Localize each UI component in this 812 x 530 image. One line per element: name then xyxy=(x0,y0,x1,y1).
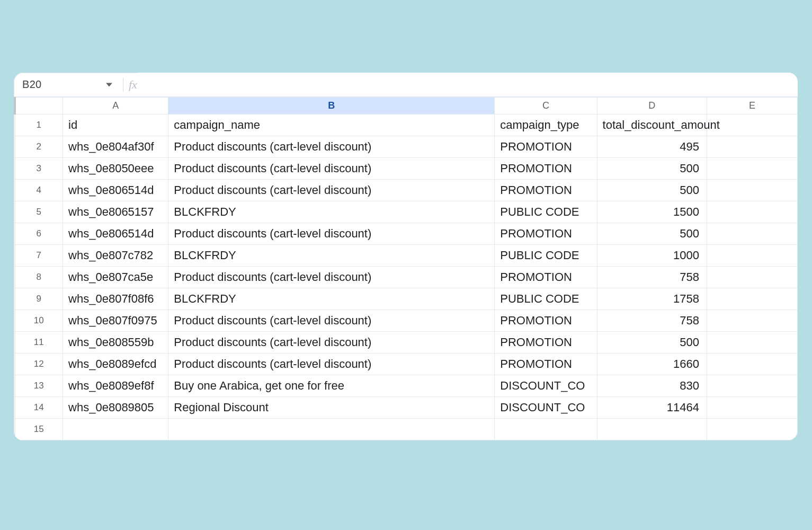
cell-C6[interactable]: PROMOTION xyxy=(495,223,597,245)
cell-C3[interactable]: PROMOTION xyxy=(495,158,597,180)
column-header-E[interactable]: E xyxy=(707,98,797,114)
cell-E6[interactable] xyxy=(707,223,797,245)
column-header-C[interactable]: C xyxy=(495,98,597,114)
cell-E2[interactable] xyxy=(707,136,797,158)
cell-B11[interactable]: Product discounts (cart-level discount) xyxy=(168,332,495,354)
cell-E8[interactable] xyxy=(707,267,797,288)
cell-B15[interactable] xyxy=(168,419,495,440)
cell-E14[interactable] xyxy=(707,397,797,419)
cell-D5[interactable]: 1500 xyxy=(597,201,707,223)
cell-D7[interactable]: 1000 xyxy=(597,245,707,267)
cell-B7[interactable]: BLCKFRDY xyxy=(168,245,495,267)
cell-D8[interactable]: 758 xyxy=(597,267,707,288)
cell-D14[interactable]: 11464 xyxy=(597,397,707,419)
column-header-A[interactable]: A xyxy=(63,98,168,114)
cell-D3[interactable]: 500 xyxy=(597,158,707,180)
row-header[interactable]: 7 xyxy=(15,245,63,267)
row-header[interactable]: 6 xyxy=(15,223,63,245)
cell-A10[interactable]: whs_0e807f0975 xyxy=(63,310,168,332)
cell-E1[interactable] xyxy=(707,114,797,136)
cell-B2[interactable]: Product discounts (cart-level discount) xyxy=(168,136,495,158)
cell-D10[interactable]: 758 xyxy=(597,310,707,332)
row-header[interactable]: 4 xyxy=(15,180,63,201)
cell-C15[interactable] xyxy=(495,419,597,440)
cell-E7[interactable] xyxy=(707,245,797,267)
cell-E10[interactable] xyxy=(707,310,797,332)
row-header[interactable]: 1 xyxy=(15,114,63,136)
cell-D11[interactable]: 500 xyxy=(597,332,707,354)
cell-A11[interactable]: whs_0e808559b xyxy=(63,332,168,354)
cell-B10[interactable]: Product discounts (cart-level discount) xyxy=(168,310,495,332)
cell-B4[interactable]: Product discounts (cart-level discount) xyxy=(168,180,495,201)
cell-D6[interactable]: 500 xyxy=(597,223,707,245)
cell-B8[interactable]: Product discounts (cart-level discount) xyxy=(168,267,495,288)
cell-C9[interactable]: PUBLIC CODE xyxy=(495,288,597,310)
row-header[interactable]: 14 xyxy=(15,397,63,419)
cell-D12[interactable]: 1660 xyxy=(597,354,707,375)
cell-C11[interactable]: PROMOTION xyxy=(495,332,597,354)
cell-E4[interactable] xyxy=(707,180,797,201)
cell-A1[interactable]: id xyxy=(63,114,168,136)
cell-B3[interactable]: Product discounts (cart-level discount) xyxy=(168,158,495,180)
formula-input[interactable] xyxy=(137,73,798,96)
cell-A9[interactable]: whs_0e807f08f6 xyxy=(63,288,168,310)
row-header[interactable]: 2 xyxy=(15,136,63,158)
cell-E5[interactable] xyxy=(707,201,797,223)
column-header-D[interactable]: D xyxy=(597,98,707,114)
cell-C10[interactable]: PROMOTION xyxy=(495,310,597,332)
row-header[interactable]: 8 xyxy=(15,267,63,288)
cell-E15[interactable] xyxy=(707,419,797,440)
cell-D1[interactable]: total_discount_amount xyxy=(597,114,707,136)
cell-A5[interactable]: whs_0e8065157 xyxy=(63,201,168,223)
cell-E11[interactable] xyxy=(707,332,797,354)
cell-A2[interactable]: whs_0e804af30f xyxy=(63,136,168,158)
cell-D2[interactable]: 495 xyxy=(597,136,707,158)
cell-A13[interactable]: whs_0e8089ef8f xyxy=(63,375,168,397)
cell-B9[interactable]: BLCKFRDY xyxy=(168,288,495,310)
cell-C7[interactable]: PUBLIC CODE xyxy=(495,245,597,267)
cell-D4[interactable]: 500 xyxy=(597,180,707,201)
cell-B12[interactable]: Product discounts (cart-level discount) xyxy=(168,354,495,375)
cell-B1[interactable]: campaign_name xyxy=(168,114,495,136)
row-header[interactable]: 11 xyxy=(15,332,63,354)
cell-A14[interactable]: whs_0e8089805 xyxy=(63,397,168,419)
cell-C13[interactable]: DISCOUNT_CO xyxy=(495,375,597,397)
cell-A7[interactable]: whs_0e807c782 xyxy=(63,245,168,267)
cell-B13[interactable]: Buy one Arabica, get one for free xyxy=(168,375,495,397)
cell-A12[interactable]: whs_0e8089efcd xyxy=(63,354,168,375)
row-header[interactable]: 13 xyxy=(15,375,63,397)
cell-E13[interactable] xyxy=(707,375,797,397)
cell-C5[interactable]: PUBLIC CODE xyxy=(495,201,597,223)
cell-C12[interactable]: PROMOTION xyxy=(495,354,597,375)
cell-C1[interactable]: campaign_type xyxy=(495,114,597,136)
cell-A6[interactable]: whs_0e806514d xyxy=(63,223,168,245)
name-box-dropdown[interactable] xyxy=(101,82,118,88)
select-all-corner[interactable] xyxy=(15,98,63,114)
column-header-B[interactable]: B xyxy=(168,98,495,114)
cell-A3[interactable]: whs_0e8050eee xyxy=(63,158,168,180)
grid-scroll[interactable]: A B C D E 1idcampaign_namecampaign_typet… xyxy=(14,97,798,440)
cell-C8[interactable]: PROMOTION xyxy=(495,267,597,288)
cell-C4[interactable]: PROMOTION xyxy=(495,180,597,201)
cell-D13[interactable]: 830 xyxy=(597,375,707,397)
row-header[interactable]: 5 xyxy=(15,201,63,223)
cell-A8[interactable]: whs_0e807ca5e xyxy=(63,267,168,288)
cell-D15[interactable] xyxy=(597,419,707,440)
row-header[interactable]: 3 xyxy=(15,158,63,180)
cell-E3[interactable] xyxy=(707,158,797,180)
cell-E12[interactable] xyxy=(707,354,797,375)
cell-C2[interactable]: PROMOTION xyxy=(495,136,597,158)
row-header[interactable]: 10 xyxy=(15,310,63,332)
cell-B5[interactable]: BLCKFRDY xyxy=(168,201,495,223)
row-header[interactable]: 15 xyxy=(15,419,63,440)
cell-E9[interactable] xyxy=(707,288,797,310)
cell-B6[interactable]: Product discounts (cart-level discount) xyxy=(168,223,495,245)
row-header[interactable]: 9 xyxy=(15,288,63,310)
cell-A4[interactable]: whs_0e806514d xyxy=(63,180,168,201)
cell-C14[interactable]: DISCOUNT_CO xyxy=(495,397,597,419)
name-box[interactable]: B20 xyxy=(14,78,101,91)
cell-A15[interactable] xyxy=(63,419,168,440)
cell-B14[interactable]: Regional Discount xyxy=(168,397,495,419)
row-header[interactable]: 12 xyxy=(15,354,63,375)
cell-D9[interactable]: 1758 xyxy=(597,288,707,310)
